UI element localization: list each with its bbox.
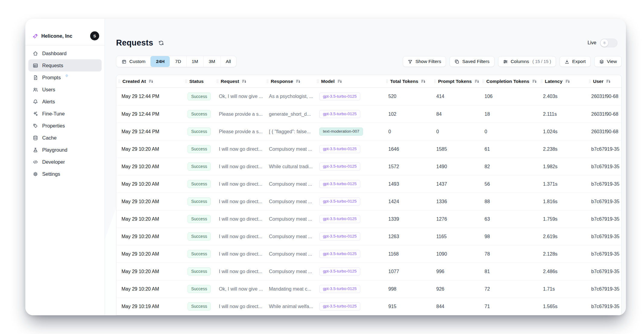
request-row[interactable]: May 29 10:20 AM Success Ok, I will now g… bbox=[116, 280, 621, 298]
cell-request: I will now go direct... bbox=[215, 199, 265, 204]
request-row[interactable]: May 29 10:20 AM Success I will now go di… bbox=[116, 140, 621, 158]
drag-handle-icon[interactable] bbox=[482, 79, 484, 83]
columns-button[interactable]: Columns ( 15 / 15 ) bbox=[498, 56, 556, 67]
request-row[interactable]: May 29 10:20 AM Success I will now go di… bbox=[116, 263, 621, 280]
export-button[interactable]: Export bbox=[560, 56, 591, 67]
column-header-response[interactable]: Response bbox=[265, 79, 315, 84]
drag-handle-icon[interactable] bbox=[216, 79, 219, 83]
column-header-model[interactable]: Model bbox=[315, 79, 384, 84]
drag-handle-icon[interactable] bbox=[541, 79, 543, 83]
sort-icon[interactable] bbox=[421, 79, 425, 84]
sort-icon[interactable] bbox=[606, 79, 611, 84]
view-button[interactable]: View bbox=[594, 56, 622, 67]
drag-handle-icon[interactable] bbox=[386, 79, 388, 83]
cell-status: Success bbox=[183, 302, 215, 310]
gear-icon bbox=[33, 171, 38, 177]
sidebar-item-requests[interactable]: Requests bbox=[28, 59, 102, 71]
sidebar-item-properties[interactable]: Properties bbox=[28, 120, 102, 132]
request-row[interactable]: May 29 10:19 AM Success I will now go di… bbox=[116, 298, 621, 315]
drag-handle-icon[interactable] bbox=[589, 79, 591, 83]
request-row[interactable]: May 29 10:20 AM Success I will now go di… bbox=[116, 228, 621, 245]
status-badge: Success bbox=[188, 215, 211, 223]
request-row[interactable]: May 29 12:44 PM Success Please provide a… bbox=[116, 123, 621, 140]
cell-latency: 2.486s bbox=[539, 269, 587, 274]
cell-status: Success bbox=[183, 162, 215, 171]
cell-status: Success bbox=[183, 197, 215, 206]
cell-created-at: May 29 10:20 AM bbox=[116, 216, 183, 222]
sort-icon[interactable] bbox=[242, 79, 246, 84]
sort-icon[interactable] bbox=[565, 79, 570, 84]
request-row[interactable]: May 29 10:20 AM Success I will now go di… bbox=[116, 210, 621, 228]
cell-created-at: May 29 12:44 PM bbox=[116, 94, 183, 99]
columns-count: ( 15 / 15 ) bbox=[532, 59, 551, 64]
column-label: Status bbox=[189, 79, 204, 84]
sidebar-item-playground[interactable]: Playground bbox=[28, 144, 102, 156]
time-range-24h[interactable]: 24H bbox=[150, 56, 169, 67]
model-badge: gpt-3.5-turbo-0125 bbox=[319, 145, 360, 153]
saved-filters-button[interactable]: Saved Filters bbox=[450, 56, 494, 67]
cell-prompt-tokens: 1276 bbox=[432, 216, 480, 222]
sidebar-item-fine-tune[interactable]: Fine-Tune bbox=[28, 108, 102, 120]
layers-icon bbox=[599, 59, 604, 64]
cell-status: Success bbox=[183, 180, 215, 188]
request-row[interactable]: May 29 10:20 AM Success I will now go di… bbox=[116, 193, 621, 210]
cell-prompt-tokens: 414 bbox=[432, 94, 480, 99]
request-row[interactable]: May 29 10:20 AM Success I will now go di… bbox=[116, 245, 621, 263]
model-badge: gpt-3.5-turbo-0125 bbox=[319, 232, 360, 240]
column-header-latency[interactable]: Latency bbox=[539, 79, 587, 84]
sidebar-item-developer[interactable]: Developer bbox=[28, 156, 102, 168]
cell-created-at: May 29 10:20 AM bbox=[116, 269, 183, 274]
request-row[interactable]: May 29 10:20 AM Success I will now go di… bbox=[116, 175, 621, 193]
sidebar-item-cache[interactable]: Cache bbox=[28, 132, 102, 144]
live-toggle[interactable] bbox=[600, 39, 617, 47]
sidebar-item-label: Dashboard bbox=[42, 51, 67, 56]
sidebar-item-prompts[interactable]: Prompts bbox=[28, 71, 102, 84]
column-header-status[interactable]: Status bbox=[183, 79, 215, 84]
sidebar-item-label: Alerts bbox=[42, 99, 55, 105]
cell-request: I will now go direct... bbox=[215, 304, 265, 309]
time-range-3m[interactable]: 3M bbox=[203, 56, 220, 67]
drag-handle-icon[interactable] bbox=[267, 79, 269, 83]
column-header-prompt-tokens[interactable]: Prompt Tokens bbox=[432, 79, 480, 84]
show-filters-button[interactable]: Show Filters bbox=[403, 56, 446, 67]
cell-user: b7c67919-35 bbox=[587, 269, 622, 274]
table-icon bbox=[33, 63, 38, 68]
sort-icon[interactable] bbox=[532, 79, 537, 84]
drag-handle-icon[interactable] bbox=[434, 79, 436, 83]
refresh-icon[interactable] bbox=[158, 40, 164, 46]
avatar[interactable]: S bbox=[90, 31, 99, 40]
cell-total-tokens: 1646 bbox=[384, 147, 432, 152]
sort-icon[interactable] bbox=[337, 79, 342, 84]
org-switcher[interactable]: Helicone, Inc S bbox=[25, 19, 105, 45]
sidebar-item-settings[interactable]: Settings bbox=[28, 168, 102, 180]
sidebar-item-alerts[interactable]: Alerts bbox=[28, 96, 102, 108]
sort-icon[interactable] bbox=[296, 79, 300, 84]
sort-icon[interactable] bbox=[475, 79, 479, 84]
cell-model: text-moderation-007 bbox=[315, 128, 384, 135]
sidebar-item-users[interactable]: Users bbox=[28, 84, 102, 96]
sidebar-item-dashboard[interactable]: Dashboard bbox=[28, 47, 102, 59]
time-range-custom[interactable]: Custom bbox=[116, 56, 150, 67]
column-header-total-tokens[interactable]: Total Tokens bbox=[384, 79, 432, 84]
request-row[interactable]: May 29 12:44 PM Success Please provide a… bbox=[116, 105, 621, 123]
column-header-user[interactable]: User bbox=[587, 79, 622, 84]
column-header-completion-tokens[interactable]: Completion Tokens bbox=[480, 79, 539, 84]
drag-handle-icon[interactable] bbox=[185, 79, 187, 83]
drag-handle-icon[interactable] bbox=[118, 79, 120, 83]
time-range-all[interactable]: All bbox=[220, 56, 236, 67]
cell-total-tokens: 0 bbox=[384, 129, 432, 134]
drag-handle-icon[interactable] bbox=[317, 79, 319, 83]
cell-response: While animal welfa... bbox=[265, 304, 315, 309]
status-badge: Success bbox=[188, 285, 211, 293]
time-range-7d[interactable]: 7D bbox=[170, 56, 186, 67]
column-header-request[interactable]: Request bbox=[215, 79, 265, 84]
column-header-created-at[interactable]: Created At bbox=[116, 79, 183, 84]
model-badge: gpt-3.5-turbo-0125 bbox=[319, 180, 360, 188]
time-range-1m[interactable]: 1M bbox=[186, 56, 204, 67]
request-row[interactable]: May 29 12:44 PM Success Ok, I will now g… bbox=[116, 88, 621, 105]
request-row[interactable]: May 29 10:20 AM Success I will now go di… bbox=[116, 158, 621, 175]
cell-prompt-tokens: 1336 bbox=[432, 199, 480, 204]
sort-icon[interactable] bbox=[149, 79, 153, 84]
status-badge: Success bbox=[188, 250, 211, 258]
live-label: Live bbox=[588, 40, 596, 46]
